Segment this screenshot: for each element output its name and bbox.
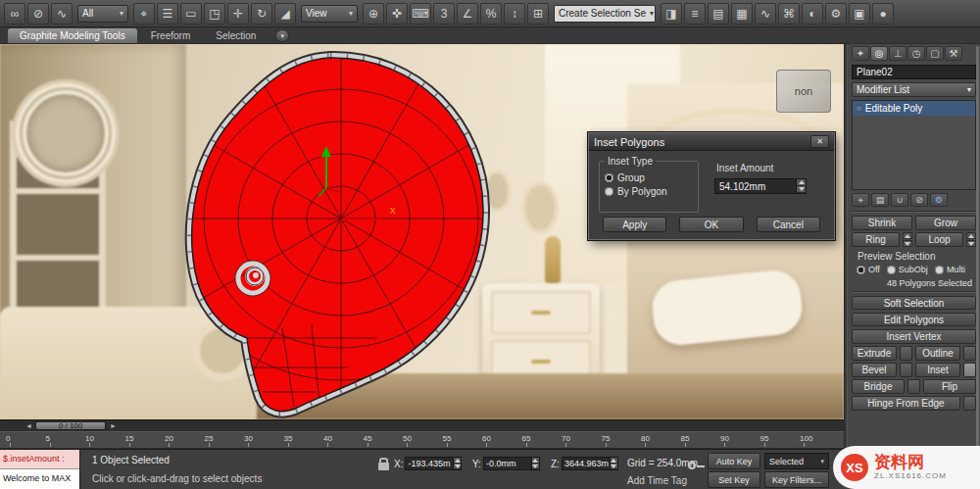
key-filters-button[interactable]: Key Filters... [764,471,829,488]
inset-button[interactable]: Inset [915,363,960,377]
remove-modifier-icon[interactable]: ⊘ [910,193,928,207]
object-name-field[interactable]: Plane02 [852,65,976,79]
extrude-settings-button[interactable] [900,346,912,361]
show-end-result-icon[interactable]: ▤ [871,193,889,207]
align-icon[interactable]: ≡ [684,3,706,24]
select-by-name-icon[interactable]: ☰ [157,3,178,24]
utilities-tab-icon[interactable]: ⚒ [945,46,962,61]
z-spinner[interactable] [610,458,617,469]
z-coordinate-field[interactable]: 3644.963m [562,457,618,470]
select-and-manipulate-icon[interactable]: ✜ [386,3,408,24]
tab-graphite-modeling-tools[interactable]: Graphite Modeling Tools [8,28,137,43]
bevel-settings-button[interactable] [900,363,912,377]
bridge-settings-button[interactable] [907,379,920,394]
configure-modifier-sets-icon[interactable]: ⚙ [930,193,948,207]
ok-button[interactable]: OK [679,217,743,232]
modifier-list-dropdown[interactable]: Modifier List ▾ [852,82,976,97]
unlink-selection-icon[interactable]: ⊘ [27,3,49,24]
set-key-button[interactable]: Set Key [708,471,760,488]
modify-tab-icon[interactable]: ◎ [870,46,888,61]
curve-editor-icon[interactable]: ∿ [755,3,776,24]
window-crossing-icon[interactable]: ◳ [204,3,225,24]
reference-coordinate-dropdown[interactable]: View▾ [301,5,358,23]
bevel-button[interactable]: Bevel [852,363,897,377]
select-and-link-icon[interactable]: ∞ [4,3,25,24]
render-production-icon[interactable]: ● [872,3,894,24]
outline-button[interactable]: Outline [915,346,960,361]
inset-amount-field[interactable]: 54.102mm [714,178,807,194]
timeline-prev-button[interactable]: ◄ [25,422,32,429]
rollout-edit-polygons[interactable]: Edit Polygons [852,313,976,326]
percent-snap-icon[interactable]: % [480,3,502,24]
set-keys-icon[interactable] [688,462,696,469]
track-bar[interactable]: ◄ 0 / 100 ► [0,419,844,431]
ring-button[interactable]: Ring [852,232,900,247]
select-and-rotate-icon[interactable]: ↻ [251,3,272,24]
selection-lock-icon[interactable] [378,463,389,470]
loop-spinner[interactable] [966,232,976,247]
create-tab-icon[interactable]: ✦ [852,46,869,61]
tab-freeform[interactable]: Freeform [139,28,203,43]
inset-amount-spinner[interactable] [796,179,806,193]
mirror-icon[interactable]: ◨ [661,3,682,24]
radio-group[interactable]: Group [605,172,693,183]
graphite-ribbon-toggle-icon[interactable]: ▦ [731,3,753,24]
bridge-button[interactable]: Bridge [852,379,905,394]
x-spinner[interactable] [453,458,461,469]
viewcube[interactable]: non [776,70,831,113]
modifier-stack[interactable]: ○ Editable Poly [852,100,976,190]
timeline-next-button[interactable]: ► [110,422,117,429]
hinge-settings-button[interactable] [963,396,976,411]
y-coordinate-field[interactable]: -0.0mm [483,457,540,470]
dialog-close-button[interactable]: ✕ [810,135,829,148]
insert-vertex-button[interactable]: Insert Vertex [852,329,976,344]
ribbon-collapse-button[interactable]: ▾ [275,29,289,42]
radio-by-polygon[interactable]: By Polygon [605,186,693,197]
y-spinner[interactable] [531,458,539,469]
shrink-button[interactable]: Shrink [852,216,912,230]
panel-scrollbar[interactable] [976,46,979,447]
timeline-ruler[interactable]: 0510152025303540455055606570758085909510… [0,431,844,449]
preview-subobj-radio[interactable]: SubObj [887,265,928,274]
grow-button[interactable]: Grow [915,216,976,230]
stack-item-editable-poly[interactable]: ○ Editable Poly [853,101,975,116]
key-selection-dropdown[interactable]: Selected ▾ [764,453,829,469]
spinner-snap-icon[interactable]: ↕ [504,3,525,24]
flip-button[interactable]: Flip [923,379,976,394]
rollout-soft-selection[interactable]: Soft Selection [852,296,976,310]
named-selection-sets-icon[interactable]: ⊞ [527,3,549,24]
add-time-tag[interactable]: Add Time Tag [627,475,687,486]
maxscript-mini-listener[interactable]: $.insetAmount : Welcome to MAX [0,450,80,489]
render-setup-icon[interactable]: ⚙ [825,3,847,24]
visibility-bulb-icon[interactable]: ○ [857,104,861,113]
x-coordinate-field[interactable]: -193.435m [405,457,462,470]
tab-selection[interactable]: Selection [204,28,268,43]
display-tab-icon[interactable]: ▢ [926,46,944,61]
selection-filter-dropdown[interactable]: All▾ [77,5,128,23]
rendered-frame-icon[interactable]: ▣ [849,3,870,24]
motion-tab-icon[interactable]: ◷ [907,46,925,61]
rectangular-selection-region-icon[interactable]: ▭ [180,3,202,24]
select-object-icon[interactable]: ⌖ [133,3,155,24]
hinge-from-edge-button[interactable]: Hinge From Edge [852,396,960,411]
cancel-button[interactable]: Cancel [757,217,820,232]
material-editor-icon[interactable]: ◐ [802,3,823,24]
named-selection-dropdown[interactable]: Create Selection Se▾ [554,5,656,23]
dialog-titlebar[interactable]: Inset Polygons ✕ [589,133,834,151]
ring-spinner[interactable] [903,232,912,247]
auto-key-button[interactable]: Auto Key [708,453,760,469]
hierarchy-tab-icon[interactable]: ⊥ [889,46,906,61]
layer-manager-icon[interactable]: ▤ [708,3,729,24]
inset-settings-button[interactable] [963,363,976,377]
angle-snap-icon[interactable]: ∠ [457,3,478,24]
loop-button[interactable]: Loop [915,232,963,247]
pin-stack-icon[interactable]: ⌖ [852,193,869,207]
select-and-move-icon[interactable]: ✛ [227,3,249,24]
apply-button[interactable]: Apply [603,217,666,232]
snaps-toggle-icon[interactable]: 3 [433,3,455,24]
bind-to-space-warp-icon[interactable]: ∿ [51,3,73,24]
viewport-canvas[interactable]: x non Inset Polygons ✕ Inset Type [0,44,844,419]
select-and-scale-icon[interactable]: ◢ [274,3,296,24]
schematic-view-icon[interactable]: ⌘ [778,3,800,24]
outline-settings-button[interactable] [963,346,976,361]
